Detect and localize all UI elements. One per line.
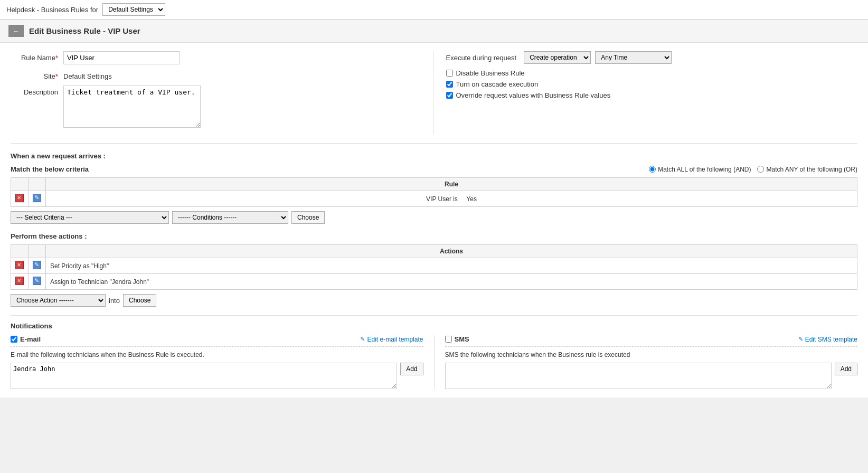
notifications-grid: E-mail ✎ Edit e-mail template E-mail the… xyxy=(11,335,857,389)
email-desc: E-mail the following technicians when th… xyxy=(11,351,423,358)
perform-title: Perform these actions : xyxy=(11,232,857,240)
criteria-title: Match the below criteria xyxy=(11,165,89,173)
notifications-section: Notifications E-mail ✎ Edit e-mail templ… xyxy=(11,315,857,389)
when-title: When a new request arrives : xyxy=(11,152,857,160)
email-add-button[interactable]: Add xyxy=(400,363,423,375)
match-all-radio[interactable] xyxy=(649,166,656,173)
criteria-choose-button[interactable]: Choose xyxy=(291,211,325,224)
action-delete-cell xyxy=(11,274,29,290)
override-row: Override request values with Business Ru… xyxy=(446,91,858,99)
page-title: Edit Business Rule - VIP User xyxy=(29,26,140,35)
form-right: Execute during request Create operation … xyxy=(433,51,858,135)
edit-email-template-link[interactable]: ✎ Edit e-mail template xyxy=(360,336,423,343)
email-notif-header: E-mail ✎ Edit e-mail template xyxy=(11,335,423,347)
criteria-rule-cell: VIP User is Yes xyxy=(46,191,857,207)
sms-label: SMS xyxy=(455,335,469,343)
main-content: Rule Name* Site* Default Settings Descri… xyxy=(0,43,868,398)
criteria-delete-cell xyxy=(11,191,29,207)
edit-sms-template-link[interactable]: ✎ Edit SMS template xyxy=(798,336,857,343)
match-any-radio[interactable] xyxy=(757,166,764,173)
execute-select[interactable]: Create operation Update operation Create… xyxy=(524,51,591,64)
disable-row: Disable Business Rule xyxy=(446,69,858,77)
description-label: Description xyxy=(11,86,63,96)
email-check-wrapper: E-mail xyxy=(11,335,41,343)
action-table-row: Set Priority as "High" xyxy=(11,258,857,274)
criteria-add-row: --- Select Criteria --- ------ Condition… xyxy=(11,211,857,224)
match-all-option[interactable]: Match ALL of the following (AND) xyxy=(649,166,751,173)
rule-name-row: Rule Name* xyxy=(11,51,422,64)
rule-name-input-wrapper xyxy=(63,51,180,64)
action-delete-icon[interactable] xyxy=(15,277,24,285)
disable-label: Disable Business Rule xyxy=(456,69,525,77)
top-bar-title: Helpdesk - Business Rules for xyxy=(6,6,98,14)
override-checkbox[interactable] xyxy=(446,92,453,99)
criteria-th-rule: Rule xyxy=(46,178,857,191)
action-th-col1 xyxy=(11,245,29,258)
criteria-edit-cell xyxy=(29,191,46,207)
sms-technicians-textarea[interactable] xyxy=(445,363,832,389)
action-th-col2 xyxy=(29,245,46,258)
cascade-checkbox[interactable] xyxy=(446,81,453,88)
execute-label: Execute during request xyxy=(446,54,517,62)
edit-pencil-icon: ✎ xyxy=(360,336,365,343)
form-left: Rule Name* Site* Default Settings Descri… xyxy=(11,51,433,135)
actions-section: Perform these actions : Actions Set Prio… xyxy=(11,232,857,307)
sms-notif-header: SMS ✎ Edit SMS template xyxy=(445,335,858,347)
sms-input-row: Add xyxy=(445,363,858,389)
actions-table: Actions Set Priority as "High" Assign to… xyxy=(11,244,857,290)
sms-notification-col: SMS ✎ Edit SMS template SMS the followin… xyxy=(435,335,858,389)
rule-name-label: Rule Name* xyxy=(11,51,63,62)
form-section: Rule Name* Site* Default Settings Descri… xyxy=(11,51,857,144)
into-label: into xyxy=(109,297,120,305)
criteria-edit-icon[interactable] xyxy=(33,194,41,202)
email-input-row: Jendra John Add xyxy=(11,363,423,389)
site-select[interactable]: Default Settings xyxy=(102,3,165,16)
cascade-label: Turn on cascade execution xyxy=(456,80,539,88)
site-label: Site* xyxy=(11,70,63,80)
when-section: When a new request arrives : xyxy=(11,152,857,160)
sms-add-button[interactable]: Add xyxy=(835,363,857,375)
description-row: Description Ticket treatment of a VIP us… xyxy=(11,86,422,129)
email-label: E-mail xyxy=(20,335,41,343)
action-edit-cell xyxy=(29,274,46,290)
action-edit-cell xyxy=(29,258,46,274)
criteria-th-col2 xyxy=(29,178,46,191)
action-table-row: Assign to Technician "Jendra John" xyxy=(11,274,857,290)
site-value: Default Settings xyxy=(63,70,112,80)
site-row: Site* Default Settings xyxy=(11,70,422,80)
select-criteria-dropdown[interactable]: --- Select Criteria --- xyxy=(11,211,169,224)
rule-name-input[interactable] xyxy=(63,51,180,64)
notifications-title: Notifications xyxy=(11,322,857,330)
top-bar: Helpdesk - Business Rules for Default Se… xyxy=(0,0,868,20)
action-edit-icon[interactable] xyxy=(33,277,41,285)
disable-checkbox[interactable] xyxy=(446,70,453,77)
sms-check-wrapper: SMS xyxy=(445,335,469,343)
action-choose-button[interactable]: Choose xyxy=(123,294,156,307)
action-value-cell: Set Priority as "High" xyxy=(46,258,857,274)
criteria-table-row: VIP User is Yes xyxy=(11,191,857,207)
action-edit-icon[interactable] xyxy=(33,261,41,269)
criteria-header: Match the below criteria Match ALL of th… xyxy=(11,165,857,173)
action-add-row: Choose Action ------- into Choose xyxy=(11,294,857,307)
edit-sms-pencil-icon: ✎ xyxy=(798,336,803,343)
match-options: Match ALL of the following (AND) Match A… xyxy=(649,166,857,173)
action-delete-icon[interactable] xyxy=(15,261,24,269)
email-notification-col: E-mail ✎ Edit e-mail template E-mail the… xyxy=(11,335,435,389)
sms-checkbox[interactable] xyxy=(445,336,452,343)
action-th-actions: Actions xyxy=(46,245,857,258)
choose-action-dropdown[interactable]: Choose Action ------- xyxy=(11,294,106,307)
criteria-delete-icon[interactable] xyxy=(15,194,24,202)
time-select[interactable]: Any Time Business Hours Non-Business Hou… xyxy=(595,51,672,64)
match-any-option[interactable]: Match ANY of the following (OR) xyxy=(757,166,857,173)
select-conditions-dropdown[interactable]: ------ Conditions ------ xyxy=(172,211,288,224)
back-button[interactable]: ← xyxy=(8,25,24,37)
description-textarea[interactable]: Ticket treatment of a VIP user. xyxy=(63,86,201,128)
email-checkbox[interactable] xyxy=(11,336,17,343)
email-technicians-textarea[interactable]: Jendra John xyxy=(11,363,397,389)
execute-row: Execute during request Create operation … xyxy=(446,51,858,64)
cascade-row: Turn on cascade execution xyxy=(446,80,858,88)
criteria-section: Match the below criteria Match ALL of th… xyxy=(11,165,857,224)
criteria-th-col1 xyxy=(11,178,29,191)
sms-desc: SMS the following technicians when the B… xyxy=(445,351,858,358)
page-header: ← Edit Business Rule - VIP User xyxy=(0,20,868,43)
